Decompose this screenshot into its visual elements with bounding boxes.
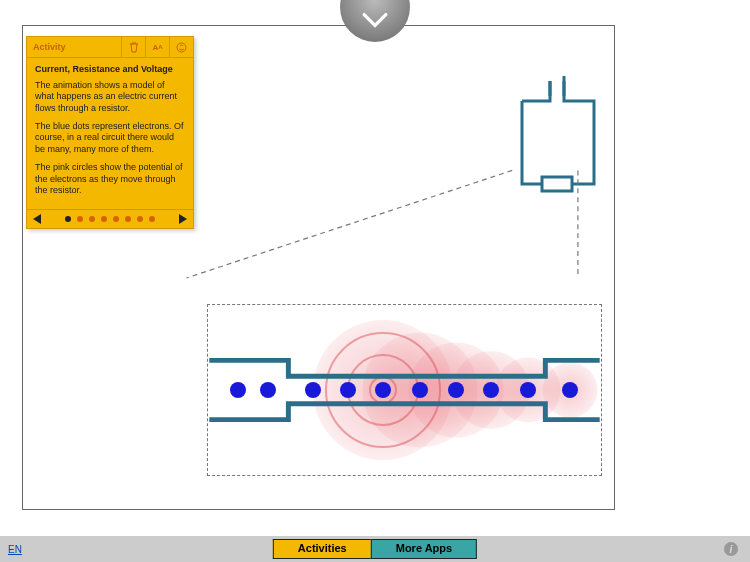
- card-paragraph: The animation shows a model of what happ…: [35, 80, 185, 115]
- electron: [520, 382, 536, 398]
- info-icon[interactable]: i: [724, 542, 738, 556]
- card-paragraph: The blue dots represent electrons. Of co…: [35, 121, 185, 156]
- card-paragraph: The pink circles show the potential of t…: [35, 162, 185, 197]
- electron: [483, 382, 499, 398]
- delete-icon[interactable]: [121, 37, 145, 57]
- electron: [375, 382, 391, 398]
- card-body: Current, Resistance and Voltage The anim…: [27, 58, 193, 209]
- card-title: Current, Resistance and Voltage: [35, 64, 185, 76]
- prev-page-button[interactable]: [33, 214, 41, 224]
- electron: [448, 382, 464, 398]
- svg-point-5: [177, 43, 186, 52]
- more-apps-button[interactable]: More Apps: [371, 539, 477, 559]
- card-pager: [27, 209, 193, 228]
- electron: [260, 382, 276, 398]
- magnified-resistor-view: [207, 304, 602, 476]
- electron: [230, 382, 246, 398]
- card-header-label: Activity: [27, 38, 121, 56]
- circuit-schematic: [512, 76, 602, 206]
- page-dot[interactable]: [77, 216, 83, 222]
- card-header: Activity AA: [27, 37, 193, 58]
- bottom-toolbar: EN Activities More Apps i: [0, 536, 750, 562]
- svg-rect-2: [542, 177, 572, 191]
- activity-card: Activity AA Current, Resistance and Volt…: [26, 36, 194, 229]
- electron: [305, 382, 321, 398]
- page-dot[interactable]: [113, 216, 119, 222]
- next-page-button[interactable]: [179, 214, 187, 224]
- language-toggle[interactable]: EN: [8, 544, 22, 555]
- electron: [562, 382, 578, 398]
- electron: [412, 382, 428, 398]
- text-size-icon[interactable]: AA: [145, 37, 169, 57]
- chevron-down-icon: [362, 12, 388, 28]
- speak-icon[interactable]: [169, 37, 193, 57]
- bottom-buttons: Activities More Apps: [273, 539, 477, 559]
- page-dot[interactable]: [137, 216, 143, 222]
- electron: [340, 382, 356, 398]
- page-dot[interactable]: [149, 216, 155, 222]
- page-dot[interactable]: [125, 216, 131, 222]
- page-dots: [65, 216, 155, 222]
- svg-line-3: [187, 170, 513, 278]
- activities-button[interactable]: Activities: [273, 539, 371, 559]
- page-dot[interactable]: [89, 216, 95, 222]
- page-dot[interactable]: [65, 216, 71, 222]
- page-dot[interactable]: [101, 216, 107, 222]
